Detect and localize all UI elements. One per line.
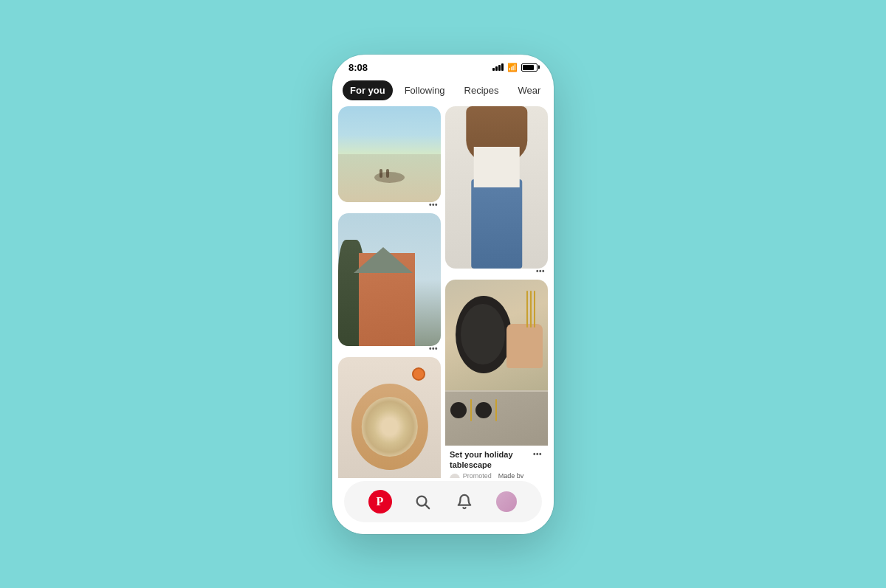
pie-image xyxy=(338,357,441,478)
fork-2 xyxy=(530,291,532,328)
signal-bar-4 xyxy=(501,63,504,71)
status-bar: 8:08 📶 xyxy=(332,55,554,76)
promoted-by-label: Promoted by xyxy=(463,472,495,477)
signal-bar-3 xyxy=(498,65,501,71)
tab-wear[interactable]: Wear xyxy=(511,80,549,100)
battery-fill xyxy=(523,65,534,70)
plates-row xyxy=(450,399,497,421)
content-area: ••• ••• xyxy=(332,106,554,478)
pins-grid: ••• ••• xyxy=(332,106,554,478)
fork-1 xyxy=(526,291,528,328)
fork-group xyxy=(526,291,535,328)
small-fork-2 xyxy=(495,399,497,421)
promoted-info: ••• Set your holiday tablescape Promoted… xyxy=(445,446,548,478)
table-top-image xyxy=(445,280,548,390)
fork-3 xyxy=(534,291,535,328)
beach-figures xyxy=(380,169,389,178)
promoted-avatar xyxy=(450,474,460,477)
pin-fashion[interactable]: ••• xyxy=(445,106,548,275)
small-plate-2 xyxy=(475,402,492,418)
table-bottom-image xyxy=(445,390,548,446)
nav-tabs: For you Following Recipes Wear xyxy=(332,76,554,106)
search-icon xyxy=(414,494,430,510)
pin-barn[interactable]: ••• xyxy=(338,213,441,353)
status-icons: 📶 xyxy=(492,63,538,72)
bottom-nav-container: P xyxy=(332,478,554,534)
signal-bars-icon xyxy=(492,63,504,71)
bell-icon xyxy=(456,494,473,510)
status-time: 8:08 xyxy=(348,62,368,73)
left-column: ••• ••• xyxy=(338,106,441,478)
nav-search[interactable] xyxy=(409,488,436,515)
promoted-title: Set your holiday tablescape xyxy=(450,449,543,471)
tab-recipes[interactable]: Recipes xyxy=(457,80,506,100)
promoted-brand-name: Made by Camden xyxy=(498,472,543,477)
wifi-icon: 📶 xyxy=(507,63,518,72)
small-plate-1 xyxy=(450,402,467,418)
beach-image xyxy=(338,106,441,202)
pin-pie[interactable] xyxy=(338,357,441,478)
pin-table-setting[interactable]: ••• Set your holiday tablescape Promoted… xyxy=(445,280,548,478)
small-fork-1 xyxy=(470,399,472,421)
plate-top xyxy=(461,304,505,365)
figure-2 xyxy=(386,169,389,178)
hand xyxy=(506,324,543,368)
battery-icon xyxy=(521,63,538,72)
barn-roof xyxy=(354,247,413,273)
pin-beach[interactable]: ••• xyxy=(338,106,441,209)
orange-slice xyxy=(412,367,425,381)
phone-frame: 8:08 📶 For you Following Recipes Wear xyxy=(332,55,554,534)
figure-1 xyxy=(380,169,382,178)
pie-swirl xyxy=(361,397,417,457)
tab-for-you[interactable]: For you xyxy=(343,80,393,100)
pinterest-logo-icon: P xyxy=(368,490,392,513)
signal-bar-1 xyxy=(492,68,495,71)
nav-profile[interactable] xyxy=(493,488,520,515)
promoted-by-row: Promoted by Made by Camden xyxy=(450,472,543,477)
barn-image xyxy=(338,213,441,346)
nav-notifications[interactable] xyxy=(451,488,478,515)
bottom-nav: P xyxy=(344,481,542,522)
promoted-more-dots[interactable]: ••• xyxy=(533,450,542,458)
fashion-image xyxy=(445,106,548,269)
nav-home[interactable]: P xyxy=(367,488,394,515)
svg-line-1 xyxy=(425,505,429,508)
signal-bar-2 xyxy=(495,66,498,71)
tab-following[interactable]: Following xyxy=(397,80,453,100)
fashion-jeans xyxy=(471,179,523,269)
profile-avatar xyxy=(496,491,517,512)
right-column: ••• xyxy=(445,106,548,478)
